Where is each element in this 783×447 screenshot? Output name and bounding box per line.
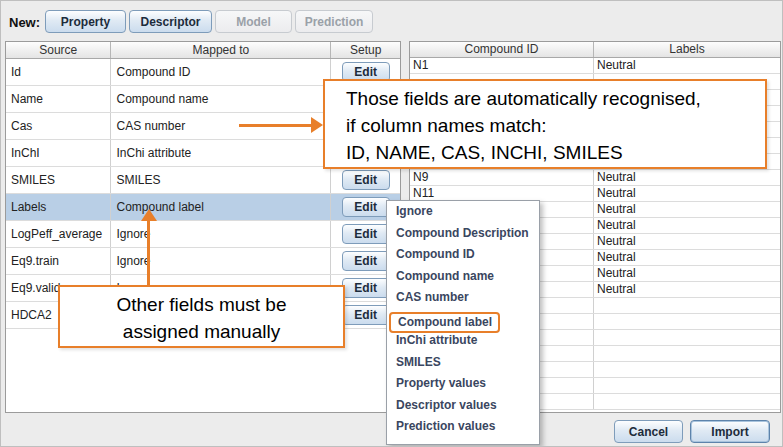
source-cell: Name [6, 86, 111, 112]
empty-cell [594, 362, 780, 377]
empty-cell [594, 298, 780, 313]
source-cell: Cas [6, 113, 111, 139]
mapping-context-menu: Ignore Compound Description Compound ID … [386, 200, 540, 445]
mapped-to-cell: Ignore [111, 248, 331, 274]
edit-button[interactable]: Edit [342, 305, 390, 325]
header-setup[interactable]: Setup [331, 42, 400, 58]
empty-cell [594, 314, 780, 329]
label-cell: Neutral [594, 218, 780, 233]
menu-item-smiles[interactable]: SMILES [387, 355, 539, 377]
edit-button[interactable]: Edit [342, 251, 390, 271]
menu-item-property-values[interactable]: Property values [387, 376, 539, 398]
annotation-arrow-up-icon [141, 209, 157, 221]
cancel-button[interactable]: Cancel [614, 420, 683, 443]
compound-id-cell: N9 [410, 170, 594, 185]
label-cell: Neutral [594, 250, 780, 265]
property-button[interactable]: Property [45, 10, 126, 33]
menu-item-compound-label[interactable]: Compound label [387, 312, 539, 334]
prediction-button: Prediction [295, 10, 373, 33]
menu-item-compound-name[interactable]: Compound name [387, 269, 539, 291]
source-cell: Eq9.train [6, 248, 111, 274]
label-cell: Neutral [594, 58, 780, 73]
table-row[interactable]: Eq9.train Ignore Edit [6, 248, 400, 275]
descriptor-button[interactable]: Descriptor [129, 10, 212, 33]
manual-assignment-note: Other fields must be assigned manually [58, 285, 345, 348]
table-row[interactable]: SMILES SMILES Edit [6, 167, 400, 194]
header-source[interactable]: Source [6, 42, 111, 58]
mapped-to-cell: InChi attribute [111, 140, 331, 166]
empty-cell [594, 378, 780, 393]
empty-cell [594, 394, 780, 409]
label-cell: Neutral [594, 266, 780, 281]
menu-item-ignore[interactable]: Ignore [387, 204, 539, 226]
source-cell: Labels [6, 194, 111, 220]
source-cell: Id [6, 59, 111, 85]
label-cell: Neutral [594, 282, 780, 297]
highlight-box: Compound label [389, 312, 500, 333]
header-labels[interactable]: Labels [594, 42, 780, 57]
new-label: New: [9, 15, 40, 30]
edit-button[interactable]: Edit [342, 224, 390, 244]
preview-row[interactable]: N1 Neutral [410, 58, 780, 74]
annotation-arrow-right-line [239, 124, 313, 127]
menu-item-inchi-attribute[interactable]: InChi attribute [387, 333, 539, 355]
annotation-arrow-up-line [147, 221, 150, 285]
menu-item-descriptor-values[interactable]: Descriptor values [387, 398, 539, 420]
compound-id-cell: N11 [410, 186, 594, 201]
mapped-to-cell: Compound name [111, 86, 331, 112]
auto-recognition-note: Those fields are automatically recognise… [323, 79, 767, 169]
header-compound-id[interactable]: Compound ID [410, 42, 594, 57]
compound-id-cell: N1 [410, 58, 594, 73]
menu-item-compound-description[interactable]: Compound Description [387, 226, 539, 248]
note-line: assigned manually [60, 318, 343, 345]
model-button: Model [215, 10, 292, 33]
menu-item-cas-number[interactable]: CAS number [387, 290, 539, 312]
mapped-to-cell: Compound ID [111, 59, 331, 85]
preview-row[interactable]: N9 Neutral [410, 170, 780, 186]
source-cell: LogPeff_average [6, 221, 111, 247]
label-cell: Neutral [594, 234, 780, 249]
label-cell: Neutral [594, 170, 780, 185]
edit-button[interactable]: Edit [342, 170, 390, 190]
import-button[interactable]: Import [690, 420, 770, 443]
preview-table-header: Compound ID Labels [410, 42, 780, 58]
menu-item-compound-id[interactable]: Compound ID [387, 247, 539, 269]
empty-cell [594, 330, 780, 345]
edit-button[interactable]: Edit [342, 197, 390, 217]
note-line: Other fields must be [60, 291, 343, 318]
annotation-arrow-right-icon [311, 117, 323, 133]
note-line: if column names match: [346, 112, 765, 139]
mapped-to-cell: SMILES [111, 167, 331, 193]
table-row-selected[interactable]: Labels Compound label Edit [6, 194, 400, 221]
note-line: ID, NAME, CAS, INCHI, SMILES [346, 139, 765, 166]
header-mapped-to[interactable]: Mapped to [111, 42, 331, 58]
import-dialog: New: Property Descriptor Model Predictio… [0, 0, 783, 447]
mapped-to-cell: Ignore [111, 221, 331, 247]
note-line: Those fields are automatically recognise… [346, 85, 765, 112]
source-cell: InChI [6, 140, 111, 166]
label-cell: Neutral [594, 186, 780, 201]
empty-cell [594, 346, 780, 361]
table-row[interactable]: LogPeff_average Ignore Edit [6, 221, 400, 248]
edit-button[interactable]: Edit [342, 278, 390, 298]
label-cell: Neutral [594, 202, 780, 217]
mapping-table-header: Source Mapped to Setup [6, 42, 400, 59]
setup-cell: Edit [331, 167, 400, 193]
source-cell: SMILES [6, 167, 111, 193]
menu-item-prediction-values[interactable]: Prediction values [387, 419, 539, 441]
